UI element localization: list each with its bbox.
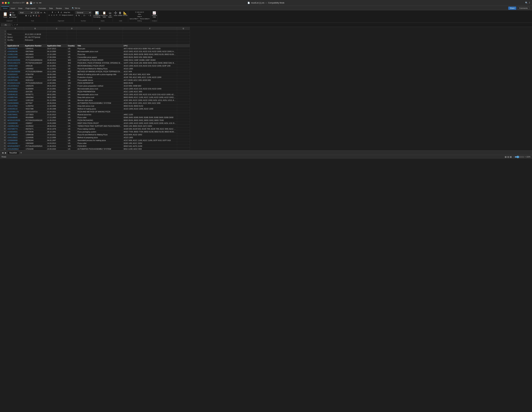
cell[interactable]: US38283501 — [7, 130, 24, 133]
cell[interactable]: ⁰01308494 — [24, 87, 46, 90]
cell[interactable] — [123, 41, 177, 44]
cell[interactable]: Deep dish pizza crust — [77, 96, 123, 99]
cell[interactable]: 13.11.1991 — [46, 70, 67, 73]
fill-button[interactable]: Fill ▾ — [138, 13, 142, 15]
cell[interactable] — [177, 139, 190, 142]
cell[interactable]: ⁰10202103371U — [24, 110, 46, 113]
cell[interactable] — [177, 76, 190, 79]
add-sheet-button[interactable]: + — [19, 151, 23, 155]
cell[interactable]: A21D 13/00 — [123, 67, 177, 70]
row-number[interactable]: 30 — [0, 113, 7, 116]
cell[interactable] — [177, 142, 190, 145]
close-button[interactable] — [2, 2, 4, 4]
tab-nav-prev[interactable]: ◀ — [1, 151, 4, 154]
search-icon[interactable]: 🔍 — [525, 2, 528, 4]
cell[interactable]: AUTOMATED PIZZA ASSEMBLY SYSTEM — [77, 102, 123, 104]
cell[interactable]: B65D 77/04; B65D 77/04; B65D 81/38; B65D… — [123, 130, 177, 133]
application-id-link[interactable]: US38989060 — [7, 140, 18, 141]
tab-draw[interactable]: Draw — [17, 7, 24, 10]
cell[interactable]: ⁰09351012 — [24, 79, 46, 82]
cell[interactable] — [177, 59, 190, 62]
cell[interactable]: Microwaveable pizza crust — [77, 50, 123, 53]
cell[interactable]: B65D 85/36; B65D 30/02; B65D 33/02; B65D… — [123, 119, 177, 122]
cell[interactable]: US — [67, 133, 77, 136]
cell[interactable]: MICROWAVEABLE PIZZA CRUST — [77, 64, 123, 67]
cell[interactable]: WO — [67, 70, 77, 73]
font-name-select[interactable]: Arial — [19, 11, 33, 14]
cell[interactable]: ⁰05876271 — [24, 127, 46, 130]
cell[interactable]: Pizza making machine — [77, 127, 123, 130]
row-number[interactable]: 17 — [0, 76, 7, 79]
cell[interactable]: WO — [67, 59, 77, 62]
application-id-link[interactable]: US39546132 — [7, 94, 18, 95]
sheet-tab-resultset[interactable]: ResultSet — [7, 151, 19, 154]
cell[interactable]: PIZZA AND METHOD OF MAKING PIZZA — [77, 110, 123, 113]
cell[interactable]: Country — [67, 44, 77, 47]
cell[interactable]: ⁰2358139 — [24, 64, 46, 67]
cell[interactable] — [24, 30, 46, 33]
cell[interactable]: US314529654 — [7, 148, 24, 150]
cell[interactable]: A21D 13/00 — [123, 136, 177, 139]
cell[interactable]: 24.09.2020 — [46, 148, 67, 150]
cell[interactable]: ⁰PCT/DK2010/050100 — [24, 119, 46, 122]
cell[interactable] — [177, 82, 190, 84]
percent-button[interactable]: % — [78, 14, 80, 17]
cell[interactable]: ⁰09157388 — [24, 107, 46, 110]
cell[interactable]: WO2019035959 — [7, 59, 24, 62]
cell[interactable] — [67, 38, 77, 41]
cell[interactable]: EP — [67, 87, 77, 90]
row-number[interactable]: 8 — [0, 50, 7, 53]
cell[interactable]: Pizza Kit and Method for Making Pizza — [77, 133, 123, 136]
cell[interactable]: ⁰13086438 — [24, 133, 46, 136]
row-number[interactable]: 19 — [0, 82, 7, 84]
cell[interactable]: ⁰PCT/US1991/008464 — [24, 70, 46, 73]
row-number[interactable]: 20 — [0, 84, 7, 87]
cell[interactable]: B26D 1/00; A21C 15/04 — [123, 142, 177, 145]
application-id-link[interactable]: CA94021483 — [7, 65, 18, 67]
row-number[interactable]: 7 — [0, 47, 7, 50]
cell[interactable] — [177, 148, 190, 150]
cell[interactable]: US — [67, 96, 77, 99]
application-id-link[interactable]: US91084290 — [7, 142, 18, 144]
cell[interactable]: Method of making pizza — [77, 107, 123, 110]
cell[interactable]: A21D 10/02; A21D 2/16; A21D 2/18; A21D 1… — [123, 50, 177, 53]
row-number[interactable]: 3 — [0, 36, 7, 38]
cell[interactable] — [67, 36, 77, 38]
cell[interactable]: Production of pizza — [77, 76, 123, 79]
cell[interactable]: ⁰08169980 — [24, 116, 46, 119]
cell[interactable]: CA — [67, 122, 77, 125]
analyse-data-button[interactable]: 📈 AnalyseData — [152, 11, 157, 18]
cell[interactable]: PIZZA PREPARATION — [77, 90, 123, 93]
cell[interactable]: 12.10.1993 — [46, 53, 67, 56]
borders-button[interactable]: ⊞ — [32, 14, 35, 17]
cell[interactable]: US — [67, 130, 77, 133]
row-number[interactable]: 29 — [0, 110, 7, 113]
row-number[interactable]: 6 — [0, 44, 7, 47]
wrap-text-button[interactable]: Wrap Text — [63, 11, 70, 13]
row-number[interactable]: 33 — [0, 122, 7, 125]
row-number[interactable]: 34 — [0, 125, 7, 127]
cell[interactable]: CA93888498 — [7, 122, 24, 125]
cell[interactable] — [46, 41, 67, 44]
number-format-select[interactable]: General — [75, 11, 91, 14]
cell[interactable]: 17.12.1993 — [46, 116, 67, 119]
cell[interactable]: 09.02.1978 — [46, 127, 67, 130]
cell[interactable]: ⁰PCT/US2018/000234 — [24, 59, 46, 62]
application-id-link[interactable]: US39857442 — [7, 96, 18, 98]
cell[interactable]: AUTOMATED PIZZA ASSEMBLY SYSTEM — [77, 148, 123, 150]
align-top-button[interactable]: ⬆ — [51, 11, 54, 14]
cell[interactable]: US39857442 — [7, 96, 24, 99]
cell[interactable]: ⁰09679484 — [24, 50, 46, 53]
cell[interactable]: US — [67, 136, 77, 139]
cell[interactable]: US — [67, 125, 77, 127]
tab-data[interactable]: Data — [48, 7, 54, 10]
cell[interactable]: US40870087 — [7, 99, 24, 102]
application-id-link[interactable]: CA93920503 — [7, 91, 18, 93]
tab-view[interactable]: View — [63, 7, 70, 10]
cell[interactable]: ⁰13949141 — [24, 47, 46, 50]
cell[interactable]: ⁰2308557 — [24, 122, 46, 125]
cell[interactable]: A23P 1/08; A21C 9/00; A21C 9/04 — [123, 73, 177, 76]
cell[interactable]: Time: — [7, 33, 24, 36]
cell[interactable]: US40286296 — [7, 50, 24, 53]
cell[interactable] — [67, 41, 77, 44]
